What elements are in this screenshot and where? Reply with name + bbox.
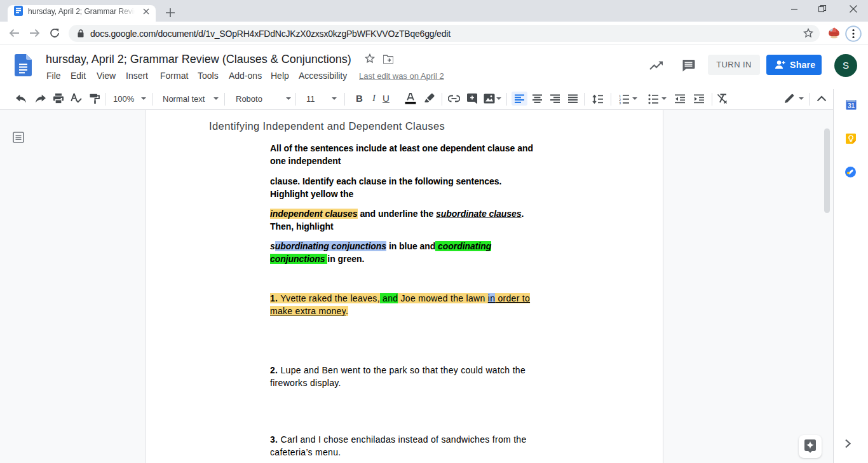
svg-text:31: 31 [848,102,855,109]
svg-text:3: 3 [619,101,621,104]
